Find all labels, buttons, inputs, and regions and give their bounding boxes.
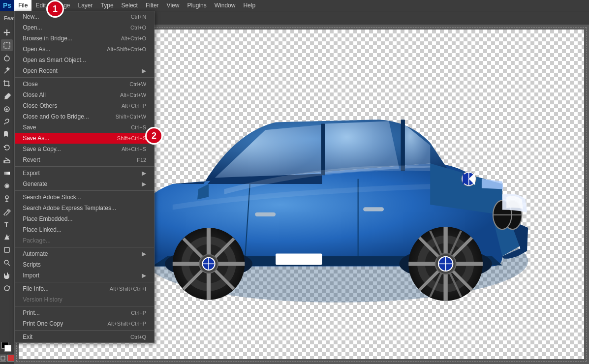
- menu-print[interactable]: Print... Ctrl+P: [15, 307, 154, 318]
- menu-print-one-copy[interactable]: Print One Copy Alt+Shift+Ctrl+P: [15, 318, 154, 329]
- menu-export[interactable]: Export ▶: [15, 168, 154, 179]
- magic-wand-tool[interactable]: [1, 65, 13, 77]
- svg-text:T: T: [4, 221, 8, 228]
- healing-tool[interactable]: [1, 103, 13, 115]
- svg-rect-64: [276, 253, 322, 265]
- menu-import[interactable]: Import ▶: [15, 270, 154, 281]
- menu-generate[interactable]: Generate ▶: [15, 179, 154, 189]
- menu-new[interactable]: New... Ctrl+N: [15, 11, 154, 22]
- clone-stamp-tool[interactable]: [1, 129, 13, 141]
- standard-mode[interactable]: [0, 355, 6, 362]
- hand-tool[interactable]: [1, 270, 13, 281]
- menu-close-all[interactable]: Close All Alt+Ctrl+W: [15, 90, 154, 100]
- svg-rect-30: [321, 124, 325, 176]
- svg-rect-10: [4, 172, 10, 175]
- filter-menu[interactable]: Filter: [142, 0, 163, 11]
- pen-tool[interactable]: [1, 206, 13, 217]
- blur-tool[interactable]: [1, 180, 13, 192]
- svg-point-13: [5, 196, 8, 199]
- menu-close[interactable]: Close Ctrl+W: [15, 79, 154, 90]
- plugins-menu[interactable]: Plugins: [183, 0, 210, 11]
- layer-menu[interactable]: Layer: [74, 0, 97, 11]
- svg-rect-31: [401, 120, 405, 171]
- type-menu[interactable]: Type: [97, 0, 118, 11]
- help-menu[interactable]: Help: [239, 0, 259, 11]
- svg-rect-34: [255, 212, 276, 216]
- annotation-badge-2: 2: [145, 127, 163, 145]
- ps-logo: Ps: [0, 0, 14, 11]
- menu-close-go-bridge[interactable]: Close and Go to Bridge... Shift+Ctrl+W: [15, 111, 154, 122]
- window-menu[interactable]: Window: [211, 0, 240, 11]
- svg-point-1: [4, 56, 9, 61]
- eraser-tool[interactable]: [1, 154, 13, 166]
- menu-place-linked[interactable]: Place Linked...: [15, 224, 154, 235]
- bottom-tools: [0, 339, 14, 364]
- svg-rect-35: [363, 207, 384, 211]
- menu-close-others[interactable]: Close Others Alt+Ctrl+P: [15, 100, 154, 111]
- lasso-tool[interactable]: [1, 52, 13, 64]
- menu-place-embedded[interactable]: Place Embedded...: [15, 213, 154, 224]
- menu-version-history: Version History: [15, 294, 154, 305]
- rotate-view-tool[interactable]: [1, 282, 13, 294]
- menu-open-smart-object[interactable]: Open as Smart Object...: [15, 55, 154, 65]
- shape-tool[interactable]: [1, 244, 13, 256]
- zoom-tool[interactable]: [1, 257, 13, 269]
- menu-search-express[interactable]: Search Adobe Express Templates...: [15, 203, 154, 213]
- menu-open-recent[interactable]: Open Recent ▶: [15, 65, 154, 76]
- menu-open[interactable]: Open... Ctrl+O: [15, 22, 154, 33]
- annotation-badge-1: 1: [46, 0, 64, 18]
- background-color[interactable]: [4, 345, 11, 352]
- move-tool[interactable]: [1, 27, 13, 38]
- text-tool[interactable]: T: [1, 218, 13, 230]
- menu-exit[interactable]: Exit Ctrl+Q: [15, 332, 154, 342]
- menu-save-as[interactable]: Save As... Shift+Ctrl+S: [15, 133, 154, 144]
- menu-file-info[interactable]: File Info... Alt+Shift+Ctrl+I: [15, 283, 154, 294]
- gradient-tool[interactable]: [1, 167, 13, 179]
- file-dropdown: New... Ctrl+N Open... Ctrl+O Browse in B…: [14, 11, 155, 343]
- menu-open-as[interactable]: Open As... Alt+Shift+Ctrl+O: [15, 44, 154, 55]
- menu-scripts[interactable]: Scripts: [15, 259, 154, 270]
- svg-rect-0: [4, 42, 10, 48]
- svg-rect-18: [4, 247, 9, 252]
- menu-package: Package...: [15, 235, 154, 246]
- menu-save[interactable]: Save Ctrl+S: [15, 122, 154, 133]
- svg-rect-21: [1, 356, 5, 360]
- quick-mask-mode[interactable]: [7, 355, 14, 362]
- svg-line-20: [8, 264, 10, 266]
- file-menu[interactable]: File: [14, 0, 31, 11]
- menu-revert[interactable]: Revert F12: [15, 154, 154, 165]
- brush-tool[interactable]: [1, 116, 13, 128]
- menu-search-stock[interactable]: Search Adobe Stock...: [15, 192, 154, 203]
- select-menu[interactable]: Select: [118, 0, 142, 11]
- svg-point-12: [6, 185, 8, 187]
- menu-automate[interactable]: Automate ▶: [15, 248, 154, 259]
- left-toolbar: T: [0, 25, 14, 364]
- svg-line-3: [4, 70, 8, 73]
- crop-tool[interactable]: [1, 78, 13, 90]
- menu-save-copy[interactable]: Save a Copy... Alt+Ctrl+S: [15, 144, 154, 154]
- path-selection-tool[interactable]: [1, 231, 13, 243]
- view-menu[interactable]: View: [163, 0, 184, 11]
- menu-bar: Ps File New... Ctrl+N Open... Ctrl+O Bro…: [0, 0, 589, 11]
- menu-browse-bridge[interactable]: Browse in Bridge... Alt+Ctrl+O: [15, 33, 154, 44]
- marquee-tool[interactable]: [1, 39, 13, 51]
- dodge-tool[interactable]: [1, 193, 13, 205]
- eyedropper-tool[interactable]: [1, 91, 13, 102]
- svg-point-19: [4, 260, 8, 264]
- history-brush-tool[interactable]: [1, 142, 13, 153]
